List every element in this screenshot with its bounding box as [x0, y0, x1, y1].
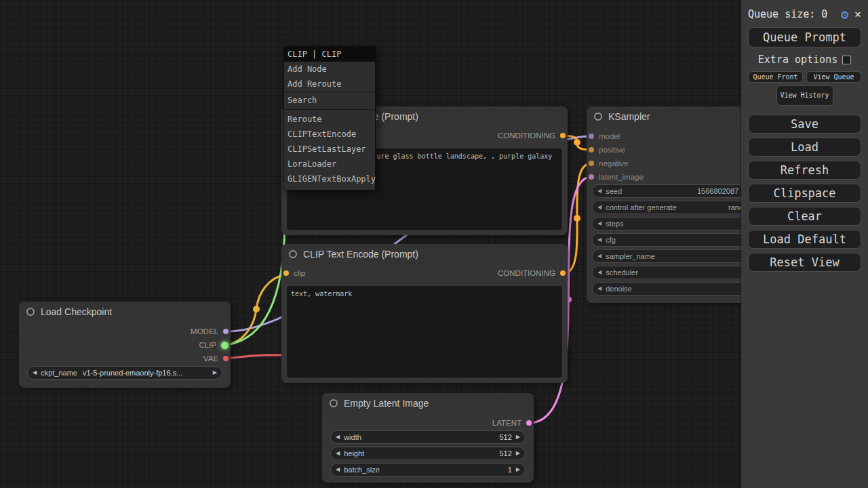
context-menu-header: CLIP | CLIP — [284, 47, 375, 62]
slot-dot-conditioning[interactable] — [589, 161, 594, 166]
stepper-right-icon[interactable]: ▶ — [516, 467, 520, 472]
slot-label: VAE — [203, 354, 218, 363]
node-empty-latent-image[interactable]: Empty Latent Image LATENT ◀ width 512 ▶ … — [322, 393, 534, 483]
stepper-left-icon[interactable]: ◀ — [33, 370, 37, 375]
node-title-bar[interactable]: CLIP Text Encode (Prompt) — [281, 244, 568, 264]
clear-button[interactable]: Clear — [748, 207, 861, 226]
stepper-left-icon[interactable]: ◀ — [597, 270, 601, 275]
widget-value: 1 — [508, 466, 512, 474]
menu-item-search[interactable]: Search — [284, 92, 375, 110]
stepper-left-icon[interactable]: ◀ — [597, 237, 601, 243]
input-slot-clip[interactable]: clip — [281, 268, 305, 278]
slot-dot-latent[interactable] — [526, 420, 532, 426]
slot-dot-clip[interactable] — [283, 270, 289, 276]
slot-label: MODEL — [191, 327, 218, 336]
menu-item-gligentextboxapply[interactable]: GLIGENTextBoxApply — [284, 171, 375, 186]
widget-label: seed — [606, 187, 622, 195]
output-slot-conditioning[interactable]: CONDITIONING — [498, 268, 568, 278]
stepper-left-icon[interactable]: ◀ — [597, 253, 601, 259]
reset-view-button[interactable]: Reset View — [748, 253, 861, 272]
menu-item-add-node[interactable]: Add Node — [284, 62, 375, 77]
queue-size-label: Queue size: 0 — [748, 8, 827, 20]
node-load-checkpoint[interactable]: Load Checkpoint MODEL CLIP VAE ◀ ckpt_na… — [19, 302, 231, 388]
extra-options-checkbox[interactable] — [842, 56, 851, 64]
ckpt-name-widget[interactable]: ◀ ckpt_name v1-5-pruned-emaonly-fp16.s..… — [27, 366, 222, 380]
node-clip-text-encode-negative[interactable]: CLIP Text Encode (Prompt) clip CONDITION… — [281, 244, 568, 383]
slot-label: clip — [294, 269, 305, 277]
load-default-button[interactable]: Load Default — [748, 230, 861, 249]
slot-dot-vae[interactable] — [223, 356, 229, 361]
widget-value: 512 — [499, 449, 511, 458]
slot-dot-conditioning[interactable] — [589, 147, 594, 152]
prompt-textarea[interactable]: text, watermark — [287, 286, 562, 378]
input-slot-model[interactable]: model — [587, 131, 620, 141]
slot-dot-model[interactable] — [223, 329, 229, 334]
menu-item-clipsetlastlayer[interactable]: CLIPSetLastLayer — [284, 142, 375, 157]
node-title-bar[interactable]: Load Checkpoint — [19, 302, 231, 322]
node-title: CLIP Text Encode (Prompt) — [303, 249, 418, 260]
slot-dot-clip[interactable] — [221, 342, 229, 349]
input-slot-latent-image[interactable]: latent_image — [587, 172, 644, 182]
slot-dot-model[interactable] — [589, 134, 594, 139]
collapse-dot-icon[interactable] — [289, 250, 297, 258]
slot-label: negative — [599, 159, 628, 167]
slot-label: CLIP — [199, 341, 216, 349]
widget-value: v1-5-pruned-emaonly-fp16.s... — [83, 369, 210, 377]
stepper-left-icon[interactable]: ◀ — [336, 467, 340, 472]
output-slot-latent[interactable]: LATENT — [492, 418, 534, 428]
queue-front-button[interactable]: Queue Front — [748, 71, 803, 83]
widget-value: 512 — [499, 433, 511, 441]
input-slot-negative[interactable]: negative — [587, 159, 628, 168]
extra-options-label: Extra options — [758, 54, 837, 66]
collapse-dot-icon[interactable] — [594, 113, 602, 121]
slot-dot-latent[interactable] — [589, 174, 594, 180]
stepper-left-icon[interactable]: ◀ — [336, 451, 340, 456]
link-dot-clip — [253, 306, 260, 312]
stepper-left-icon[interactable]: ◀ — [336, 434, 340, 440]
stepper-right-icon[interactable]: ▶ — [516, 434, 520, 440]
link-dot-conditioning-positive — [574, 139, 580, 146]
collapse-dot-icon[interactable] — [330, 399, 338, 407]
stepper-left-icon[interactable]: ◀ — [597, 286, 601, 291]
node-canvas[interactable]: Load Checkpoint MODEL CLIP VAE ◀ ckpt_na… — [0, 0, 868, 488]
node-title-bar[interactable]: Empty Latent Image — [322, 393, 534, 413]
input-slot-positive[interactable]: positive — [587, 145, 625, 155]
settings-gear-icon[interactable]: ⚙ — [841, 8, 848, 21]
width-widget[interactable]: ◀ width 512 ▶ — [330, 430, 526, 444]
widget-label: steps — [606, 220, 623, 228]
node-title: Empty Latent Image — [344, 398, 429, 409]
widget-label: scheduler — [606, 268, 638, 277]
stepper-left-icon[interactable]: ◀ — [597, 205, 601, 210]
widget-label: batch_size — [344, 466, 380, 474]
view-queue-button[interactable]: View Queue — [806, 71, 861, 83]
stepper-left-icon[interactable]: ◀ — [597, 221, 601, 226]
stepper-left-icon[interactable]: ◀ — [597, 188, 601, 194]
output-slot-vae[interactable]: VAE — [203, 354, 231, 363]
save-button[interactable]: Save — [748, 115, 861, 134]
collapse-dot-icon[interactable] — [26, 308, 35, 316]
output-slot-model[interactable]: MODEL — [191, 327, 231, 336]
stepper-right-icon[interactable]: ▶ — [213, 370, 217, 375]
output-slot-conditioning[interactable]: CONDITIONING — [498, 131, 568, 140]
load-button[interactable]: Load — [748, 138, 861, 157]
menu-item-loraloader[interactable]: LoraLoader — [284, 157, 375, 171]
menu-item-reroute[interactable]: Reroute — [284, 112, 375, 127]
queue-prompt-button[interactable]: Queue Prompt — [748, 27, 861, 47]
clipspace-button[interactable]: Clipspace — [748, 184, 861, 203]
menu-item-add-reroute[interactable]: Add Reroute — [284, 77, 375, 92]
batch-size-widget[interactable]: ◀ batch_size 1 ▶ — [330, 463, 526, 476]
slot-dot-conditioning[interactable] — [560, 270, 566, 276]
output-slot-clip[interactable]: CLIP — [199, 340, 231, 350]
widget-label: ckpt_name — [41, 369, 77, 377]
menu-item-cliptextencode[interactable]: CLIPTextEncode — [284, 127, 375, 142]
node-title: Load Checkpoint — [41, 306, 112, 317]
slot-label: CONDITIONING — [498, 131, 555, 140]
widget-label: height — [344, 449, 364, 458]
refresh-button[interactable]: Refresh — [748, 161, 861, 180]
slot-dot-conditioning[interactable] — [560, 133, 566, 138]
close-icon[interactable]: ✕ — [854, 9, 861, 20]
stepper-right-icon[interactable]: ▶ — [516, 451, 520, 456]
view-history-button[interactable]: View History — [776, 85, 833, 106]
height-widget[interactable]: ◀ height 512 ▶ — [330, 447, 526, 460]
widget-value: 1566802087 — [697, 187, 738, 195]
